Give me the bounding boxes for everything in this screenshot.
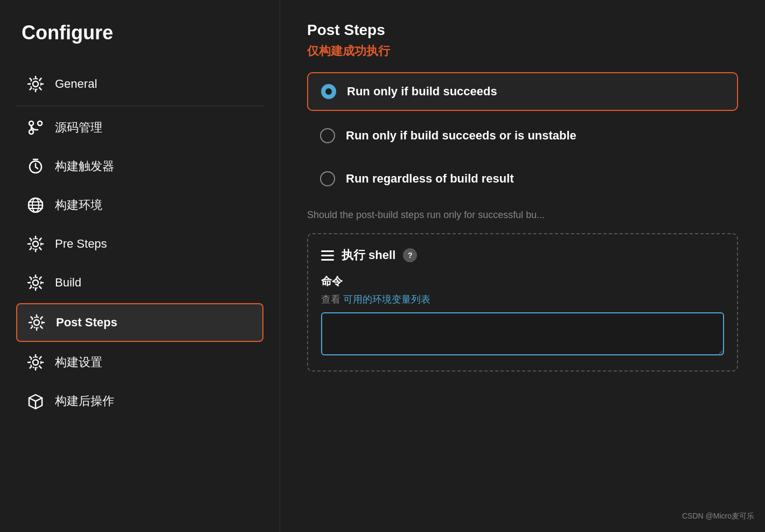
sidebar-item-build-env[interactable]: 构建环境 (16, 187, 263, 223)
radio-option-unstable[interactable]: Run only if build succeeds or is unstabl… (307, 117, 738, 154)
gear-outline-icon-settings (27, 354, 44, 371)
radio-circle-unstable (320, 128, 335, 143)
sidebar-item-post-label: Post Steps (56, 316, 117, 330)
env-link-prefix: 查看 (321, 294, 343, 305)
svg-point-4 (38, 121, 42, 125)
sidebar-title: Configure (16, 22, 263, 44)
sidebar-item-build-trigger[interactable]: 构建触发器 (16, 148, 263, 185)
help-badge[interactable]: ? (403, 248, 417, 262)
svg-point-12 (34, 320, 39, 325)
svg-point-8 (33, 241, 38, 247)
sidebar-item-build-settings[interactable]: 构建设置 (16, 344, 263, 381)
help-text: Should the post-build steps run only for… (307, 208, 738, 222)
radio-circle-regardless (320, 171, 335, 186)
sidebar-item-settings-label: 构建设置 (55, 354, 102, 370)
sidebar-item-general[interactable]: General (16, 66, 263, 102)
radio-label-unstable: Run only if build succeeds or is unstabl… (346, 129, 576, 143)
sidebar-item-post-build[interactable]: 构建后操作 (16, 383, 263, 419)
section-title: Post Steps (307, 22, 738, 39)
gear-outline-icon-build (27, 274, 44, 291)
clock-icon (27, 158, 44, 175)
branch-icon (27, 119, 44, 136)
shell-section: 执行 shell ? 命令 查看 可用的环境变量列表 (307, 233, 738, 372)
hamburger-icon (321, 250, 334, 261)
command-label: 命令 (321, 274, 724, 289)
sidebar-item-build-label: Build (55, 276, 81, 290)
sidebar-item-source-label: 源码管理 (55, 120, 102, 136)
sidebar-item-pre-steps[interactable]: Pre Steps (16, 226, 263, 262)
gear-outline-icon-pre (27, 235, 44, 253)
env-link-text: 查看 可用的环境变量列表 (321, 293, 724, 306)
main-content: Post Steps 仅构建成功执行 Run only if build suc… (280, 0, 765, 532)
sidebar-item-build[interactable]: Build (16, 264, 263, 301)
radio-label-regardless: Run regardless of build result (346, 172, 514, 186)
radio-option-success[interactable]: Run only if build succeeds (307, 72, 738, 111)
shell-header: 执行 shell ? (321, 247, 724, 263)
radio-circle-success (321, 84, 336, 99)
command-input[interactable] (321, 312, 724, 355)
sidebar: Configure General 源码管理 构建触发器 (0, 0, 280, 532)
sidebar-item-general-label: General (55, 77, 97, 91)
sidebar-item-pre-label: Pre Steps (55, 237, 107, 251)
svg-point-14 (33, 360, 38, 365)
svg-point-10 (33, 280, 38, 285)
sidebar-divider-1 (16, 106, 263, 106)
box-icon (27, 393, 44, 410)
sidebar-item-trigger-label: 构建触发器 (55, 158, 114, 174)
gear-icon (27, 75, 44, 93)
globe-icon (27, 197, 44, 214)
sidebar-item-postbuild-label: 构建后操作 (55, 393, 114, 409)
section-subtitle: 仅构建成功执行 (307, 43, 738, 59)
shell-title: 执行 shell (342, 247, 395, 263)
env-link[interactable]: 可用的环境变量列表 (343, 294, 430, 305)
svg-point-0 (33, 81, 38, 87)
watermark: CSDN @Micro麦可乐 (682, 512, 754, 521)
radio-label-success: Run only if build succeeds (347, 85, 497, 99)
gear-outline-icon-post (28, 314, 45, 331)
sidebar-item-source-control[interactable]: 源码管理 (16, 109, 263, 146)
sidebar-item-post-steps[interactable]: Post Steps (16, 303, 263, 342)
sidebar-item-env-label: 构建环境 (55, 197, 102, 213)
radio-option-regardless[interactable]: Run regardless of build result (307, 160, 738, 197)
